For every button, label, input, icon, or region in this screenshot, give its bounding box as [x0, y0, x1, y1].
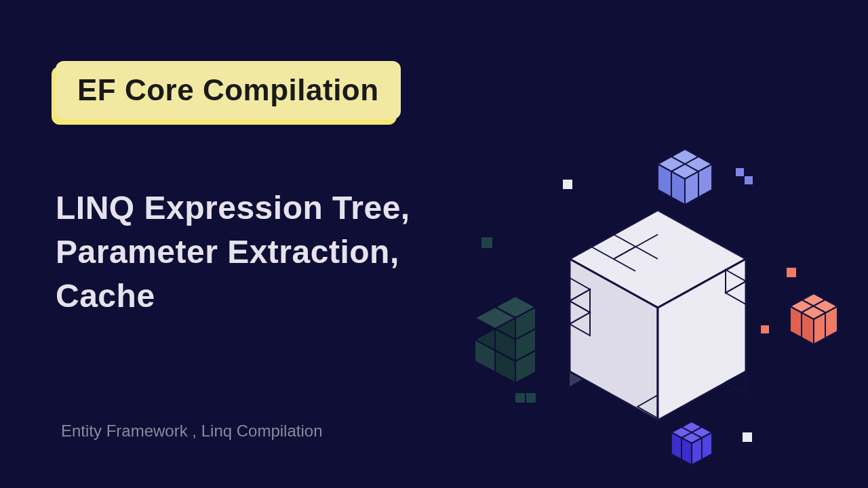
title-badge: EF Core Compilation — [56, 61, 401, 119]
footer-text: Entity Framework , Linq Compilation — [61, 422, 322, 441]
svg-rect-7 — [526, 393, 536, 403]
title-text: EF Core Compilation — [77, 73, 379, 106]
svg-rect-1 — [736, 168, 744, 176]
svg-rect-0 — [563, 180, 572, 189]
svg-rect-2 — [745, 176, 753, 184]
svg-rect-6 — [515, 393, 525, 403]
cube-illustration-icon — [468, 136, 848, 474]
svg-rect-3 — [481, 237, 492, 248]
svg-rect-4 — [787, 268, 796, 277]
subtitle-text: LINQ Expression Tree, Parameter Extracti… — [56, 186, 490, 318]
svg-rect-5 — [761, 325, 769, 333]
svg-rect-8 — [743, 432, 752, 442]
